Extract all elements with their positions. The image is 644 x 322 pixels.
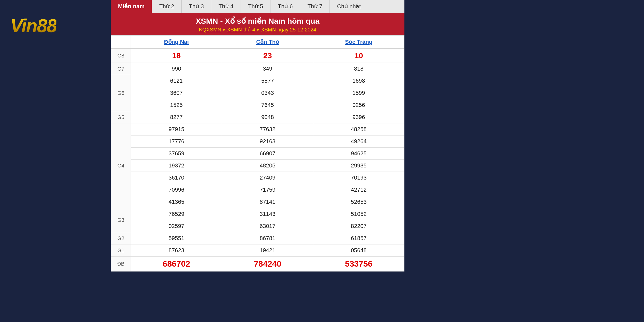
tab-thu5[interactable]: Thứ 5 [241,0,270,13]
result-subtitle: KQXSMN » XSMN thứ 4 » XSMN ngày 25-12-20… [111,27,404,33]
tab-chu-nhat[interactable]: Chủ nhật [330,0,368,13]
g8-col3: 10 [313,49,404,63]
table-row: 1525 7645 0256 [111,99,404,111]
g4-col3-3: 29935 [313,160,404,172]
sep1: » [223,27,227,32]
tab-thu4[interactable]: Thứ 4 [211,0,241,13]
g4-col2-3: 48205 [222,160,313,172]
table-row: G5 8277 9048 9396 [111,111,404,123]
table-row: 19372 48205 29935 [111,160,404,172]
g4-col3-1: 49264 [313,135,404,148]
g7-col3: 818 [313,63,404,75]
g4-col1-6: 41365 [131,196,222,208]
prize-label-g5: G5 [111,111,131,123]
g4-col3-5: 42712 [313,184,404,196]
tab-mien-nam[interactable]: Miền nam [111,0,152,13]
main-content: Miền nam Thứ 2 Thứ 3 Thứ 4 Thứ 5 Thứ 6 T… [111,0,404,272]
g6-col1-2: 1525 [131,99,222,111]
th-dong-nai[interactable]: Đồng Nai [131,36,222,49]
logo-text: Vin88 [10,15,56,36]
g3-col3-1: 82207 [313,220,404,232]
kqxsmn-link[interactable]: KQXSMN [199,27,221,32]
g2-col3: 61857 [313,232,404,244]
g1-col3: 05648 [313,244,404,257]
g4-col2-4: 27409 [222,172,313,184]
g4-col3-4: 70193 [313,172,404,184]
table-row: 17776 92163 49264 [111,135,404,148]
prize-label-g8: G8 [111,49,131,63]
table-row: G4 97915 77632 48258 [111,123,404,135]
table-row: 3607 0343 1599 [111,87,404,99]
result-title: XSMN - Xổ số miền Nam hôm qua [111,16,404,26]
prize-label-g6: G6 [111,75,131,111]
table-row: 02597 63017 82207 [111,220,404,232]
g4-col1-5: 70996 [131,184,222,196]
g4-col2-6: 87141 [222,196,313,208]
table-row: G6 6121 5577 1698 [111,75,404,87]
g7-col2: 349 [222,63,313,75]
table-row: ĐB 686702 784240 533756 [111,257,404,272]
g5-col3: 9396 [313,111,404,123]
lottery-table: Đồng Nai Cần Thơ Sóc Trăng G8 18 23 10 G… [111,35,404,272]
g6-col3-1: 1599 [313,87,404,99]
tab-thu3[interactable]: Thứ 3 [182,0,211,13]
g6-col3-0: 1698 [313,75,404,87]
g1-col2: 19421 [222,244,313,257]
g6-col2-1: 0343 [222,87,313,99]
table-row: G8 18 23 10 [111,49,404,63]
g4-col2-1: 92163 [222,135,313,148]
prize-label-g4: G4 [111,123,131,208]
table-row: 70996 71759 42712 [111,184,404,196]
db-col2: 784240 [222,257,313,272]
table-row: G7 990 349 818 [111,63,404,75]
logo: Vin88 [10,10,82,41]
g5-col1: 8277 [131,111,222,123]
g4-col2-5: 71759 [222,184,313,196]
g2-col2: 86781 [222,232,313,244]
g4-col1-0: 97915 [131,123,222,135]
xsmn-thu4-link[interactable]: XSMN thứ 4 [227,27,255,32]
sep2: » [257,27,261,32]
g4-col3-2: 94625 [313,148,404,160]
g6-col2-2: 7645 [222,99,313,111]
table-row: G2 59551 86781 61857 [111,232,404,244]
date-text: XSMN ngày 25-12-2024 [261,27,316,32]
g6-col2-0: 5577 [222,75,313,87]
g4-col3-6: 52653 [313,196,404,208]
g4-col1-4: 36170 [131,172,222,184]
g8-col2: 23 [222,49,313,63]
tab-thu2[interactable]: Thứ 2 [152,0,182,13]
prize-label-db: ĐB [111,257,131,272]
table-row: 37659 66907 94625 [111,148,404,160]
g4-col1-2: 37659 [131,148,222,160]
g4-col1-1: 17776 [131,135,222,148]
g3-col2-0: 31143 [222,208,313,220]
prize-label-g2: G2 [111,232,131,244]
g6-col1-0: 6121 [131,75,222,87]
prize-label-g3: G3 [111,208,131,232]
th-can-tho[interactable]: Cần Thơ [222,36,313,49]
result-header: XSMN - Xổ số miền Nam hôm qua KQXSMN » X… [111,13,404,35]
g4-col2-2: 66907 [222,148,313,160]
prize-label-g1: G1 [111,244,131,257]
th-empty [111,36,131,49]
g1-col1: 87623 [131,244,222,257]
prize-label-g7: G7 [111,63,131,75]
g2-col1: 59551 [131,232,222,244]
g8-col1: 18 [131,49,222,63]
db-col3: 533756 [313,257,404,272]
g3-col3-0: 51052 [313,208,404,220]
tab-thu7[interactable]: Thứ 7 [300,0,330,13]
tab-bar: Miền nam Thứ 2 Thứ 3 Thứ 4 Thứ 5 Thứ 6 T… [111,0,404,13]
g4-col3-0: 48258 [313,123,404,135]
tab-thu6[interactable]: Thứ 6 [270,0,300,13]
g3-col2-1: 63017 [222,220,313,232]
table-row: G3 76529 31143 51052 [111,208,404,220]
table-row: 41365 87141 52653 [111,196,404,208]
g3-col1-1: 02597 [131,220,222,232]
g5-col2: 9048 [222,111,313,123]
table-row: 36170 27409 70193 [111,172,404,184]
g3-col1-0: 76529 [131,208,222,220]
th-soc-trang[interactable]: Sóc Trăng [313,36,404,49]
db-col1: 686702 [131,257,222,272]
